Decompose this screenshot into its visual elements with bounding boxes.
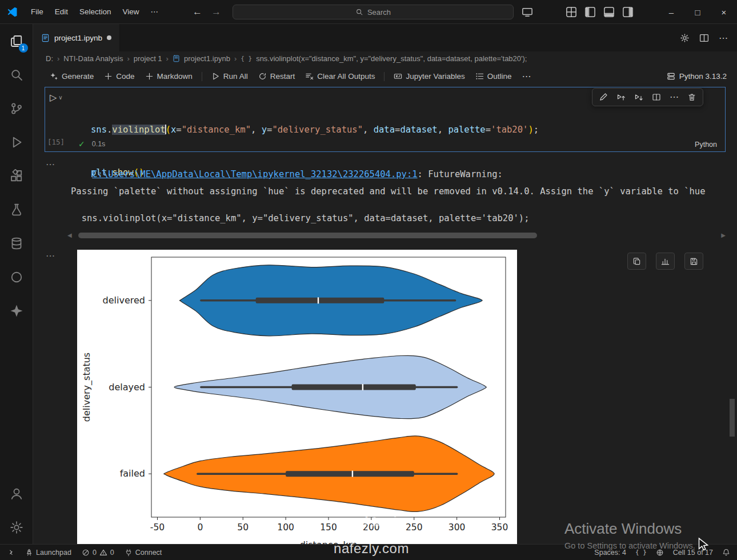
warning-source-line: C:\Users\ME\AppData\Local\Temp\ipykernel… xyxy=(71,159,728,190)
spaces-indicator[interactable]: Spaces: 4 xyxy=(594,549,626,557)
outline-button[interactable]: Outline xyxy=(470,70,517,83)
run-icon: ▷ xyxy=(50,92,57,103)
breadcrumb-file[interactable]: project1.ipynb xyxy=(184,54,230,63)
menu-edit[interactable]: Edit xyxy=(49,4,74,20)
cell-position-indicator[interactable]: Cell 15 of 17 xyxy=(673,549,713,557)
svg-text:0: 0 xyxy=(197,522,203,533)
connect-button[interactable]: Connect xyxy=(125,549,162,557)
run-all-button[interactable]: Run All xyxy=(206,70,253,83)
status-bar: Launchpad 0 0 Connect Spaces: 4 { } Cell… xyxy=(0,544,737,560)
tab-label: project1.ipynb xyxy=(54,34,102,42)
execute-above-icon[interactable] xyxy=(616,93,626,102)
output-menu-icon[interactable]: ⋯ xyxy=(46,250,55,261)
activity-explorer[interactable]: 1 xyxy=(0,24,33,58)
restart-button[interactable]: Restart xyxy=(253,70,301,83)
warning-count: 0 xyxy=(110,549,114,557)
editor-more-actions-icon[interactable]: ⋯ xyxy=(719,33,728,43)
toggle-panel-icon[interactable] xyxy=(603,6,615,18)
add-markdown-label: Markdown xyxy=(157,72,193,81)
output-menu-icon[interactable]: ⋯ xyxy=(46,159,55,170)
run-cell-button[interactable]: ▷ ∨ xyxy=(50,92,63,103)
close-button[interactable]: × xyxy=(711,0,737,24)
menu-more[interactable]: ⋯ xyxy=(145,4,165,20)
breadcrumb-folder[interactable]: NTI-Data Analysis xyxy=(63,54,123,63)
screencast-icon[interactable] xyxy=(522,6,541,18)
globe-icon[interactable] xyxy=(656,549,664,557)
minimize-button[interactable]: – xyxy=(658,0,684,24)
activity-database[interactable] xyxy=(0,226,33,260)
execute-below-icon[interactable] xyxy=(634,93,643,102)
menu-selection[interactable]: Selection xyxy=(74,4,117,20)
explorer-badge: 1 xyxy=(19,43,28,53)
modified-dot-icon[interactable] xyxy=(107,35,111,40)
menu-view[interactable]: View xyxy=(117,4,145,20)
delete-cell-icon[interactable] xyxy=(687,93,696,102)
launchpad-label: Launchpad xyxy=(36,549,71,557)
breadcrumb-cell-content[interactable]: sns.violinplot(x="distance_km", y="deliv… xyxy=(256,54,527,63)
svg-text:failed: failed xyxy=(120,468,145,479)
horizontal-scrollbar[interactable]: ◀ ▶ xyxy=(66,232,727,239)
split-cell-icon[interactable] xyxy=(652,93,661,102)
remote-indicator[interactable] xyxy=(7,549,15,557)
activity-source-control[interactable] xyxy=(0,91,33,125)
chevron-down-icon: ∨ xyxy=(58,94,62,101)
toggle-secondary-sidebar-icon[interactable] xyxy=(622,6,634,18)
problems-indicator[interactable]: 0 0 xyxy=(82,549,114,557)
breadcrumb-subfolder[interactable]: project 1 xyxy=(134,54,162,63)
scroll-left-icon[interactable]: ◀ xyxy=(67,232,72,239)
forward-arrow[interactable]: → xyxy=(211,0,221,24)
clear-all-outputs-button[interactable]: Clear All Outputs xyxy=(300,70,380,83)
activity-copilot[interactable] xyxy=(0,294,33,327)
more-icon: ⋯ xyxy=(522,71,531,82)
add-code-cell-button[interactable]: Code xyxy=(99,70,139,83)
vertical-scrollbar-thumb[interactable] xyxy=(730,399,735,437)
toolbar-divider xyxy=(202,72,202,81)
activity-search[interactable] xyxy=(0,58,33,91)
layout-grid-icon[interactable] xyxy=(566,6,577,18)
brackets-icon[interactable]: { } xyxy=(635,549,647,556)
notifications-bell-icon[interactable] xyxy=(722,549,730,557)
sparkle-icon xyxy=(50,72,58,81)
activity-extensions[interactable] xyxy=(0,159,33,193)
notebook-settings-gear-icon[interactable] xyxy=(680,33,690,43)
outline-label: Outline xyxy=(487,72,512,81)
search-input[interactable]: Search xyxy=(233,5,514,19)
toolbar-more-actions[interactable]: ⋯ xyxy=(517,69,536,84)
kernel-icon xyxy=(667,72,675,81)
menu-bar: File Edit Selection View ⋯ xyxy=(25,4,164,20)
open-in-data-viewer-button[interactable] xyxy=(656,253,675,270)
jupyter-variables-button[interactable]: Jupyter Variables xyxy=(388,70,470,83)
activity-run-debug[interactable] xyxy=(0,125,33,159)
breadcrumb-separator: › xyxy=(166,54,169,63)
run-all-icon xyxy=(211,72,220,81)
copy-icon xyxy=(632,257,641,266)
activity-testing[interactable] xyxy=(0,193,33,226)
split-editor-icon[interactable] xyxy=(699,33,709,43)
cell-position-label: Cell 15 of 17 xyxy=(673,549,713,557)
notebook-file-icon xyxy=(41,34,50,42)
add-markdown-cell-button[interactable]: Markdown xyxy=(140,70,198,83)
kernel-picker[interactable]: Python 3.13.2 xyxy=(667,72,737,81)
maximize-button[interactable]: □ xyxy=(684,0,711,24)
generate-button[interactable]: Generate xyxy=(45,70,99,83)
scroll-right-icon[interactable]: ▶ xyxy=(721,232,726,239)
back-arrow[interactable]: ← xyxy=(193,0,202,24)
svg-text:delivered: delivered xyxy=(103,295,145,306)
horizontal-scrollbar-thumb[interactable] xyxy=(78,233,537,238)
toggle-sidebar-icon[interactable] xyxy=(584,6,596,18)
activity-jupyter[interactable] xyxy=(0,260,33,294)
warning-icon xyxy=(99,549,107,557)
account-icon[interactable] xyxy=(0,477,33,510)
copy-output-button[interactable] xyxy=(627,253,646,270)
success-check-icon: ✓ xyxy=(78,139,85,149)
traceback-link[interactable]: C:\Users\ME\AppData\Local\Temp\ipykernel… xyxy=(92,169,417,179)
settings-gear-icon[interactable] xyxy=(0,510,33,544)
cell-language-picker[interactable]: Python xyxy=(695,141,717,149)
tab-project1-ipynb[interactable]: project1.ipynb xyxy=(33,24,120,51)
launchpad-button[interactable]: Launchpad xyxy=(25,549,71,557)
menu-file[interactable]: File xyxy=(25,4,49,20)
cell-more-actions-icon[interactable]: ⋯ xyxy=(670,94,679,100)
breadcrumb-drive[interactable]: D: xyxy=(46,54,53,63)
save-output-button[interactable] xyxy=(684,253,703,270)
edit-cell-icon[interactable] xyxy=(599,93,608,102)
